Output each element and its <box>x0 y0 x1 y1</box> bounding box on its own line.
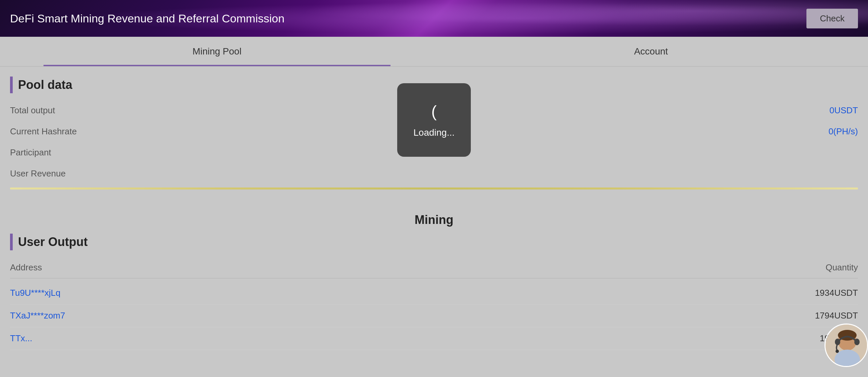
header-title: DeFi Smart Mining Revenue and Referral C… <box>10 12 284 25</box>
loading-overlay: ( Loading... <box>397 83 471 157</box>
header-banner: DeFi Smart Mining Revenue and Referral C… <box>0 0 868 37</box>
tabs-container: Mining Pool Account <box>0 37 868 67</box>
address-link-0[interactable]: Tu9U****xjLq <box>10 288 61 298</box>
svg-point-6 <box>836 350 839 353</box>
address-link-2[interactable]: TTx... <box>10 333 32 344</box>
loading-box: ( Loading... <box>397 83 471 157</box>
quantity-col-header: Quantity <box>826 262 858 273</box>
support-avatar-svg <box>826 324 868 367</box>
hashrate-value: 0(PH/s) <box>829 126 858 137</box>
table-row: TTx... 190USDT <box>10 327 858 350</box>
table-row: TXaJ****zom7 1794USDT <box>10 305 858 327</box>
total-output-value: 0USDT <box>830 105 858 116</box>
address-col-header: Address <box>10 262 42 273</box>
main-content: ( Loading... Pool data Total output 0USD… <box>0 67 868 203</box>
quantity-value-0: 1934USDT <box>815 288 858 298</box>
user-output-header: User Output <box>10 234 858 250</box>
table-row: Tu9U****xjLq 1934USDT <box>10 282 858 305</box>
pool-data-row-user-revenue: User Revenue <box>10 163 858 184</box>
check-button[interactable]: Check <box>806 9 858 28</box>
user-output-accent <box>10 234 13 250</box>
user-output-title: User Output <box>18 235 88 249</box>
table-header: Address Quantity <box>10 257 858 278</box>
user-output-section: User Output Address Quantity Tu9U****xjL… <box>0 234 868 350</box>
avatar-circle <box>826 324 868 367</box>
total-output-label: Total output <box>10 105 55 116</box>
user-revenue-label: User Revenue <box>10 168 66 179</box>
tab-account[interactable]: Account <box>434 37 868 66</box>
support-avatar[interactable] <box>825 323 868 367</box>
svg-point-5 <box>854 339 860 345</box>
tab-mining-pool[interactable]: Mining Pool <box>0 37 434 66</box>
hashrate-label: Current Hashrate <box>10 126 76 137</box>
address-link-1[interactable]: TXaJ****zom7 <box>10 310 65 321</box>
pool-data-title: Pool data <box>18 78 72 92</box>
loading-icon: ( <box>431 102 437 121</box>
section-accent <box>10 76 13 93</box>
section-divider <box>10 187 858 190</box>
mining-section-title: Mining <box>0 203 868 234</box>
loading-text: Loading... <box>413 127 455 138</box>
quantity-value-1: 1794USDT <box>815 310 858 321</box>
participant-label: Participant <box>10 147 51 158</box>
